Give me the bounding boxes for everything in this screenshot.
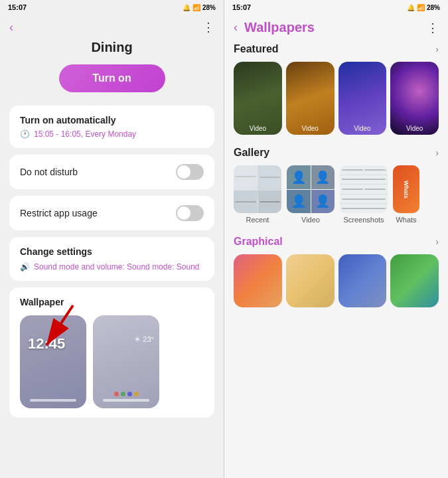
do-not-disturb-label: Do not disturb: [20, 167, 78, 177]
featured-item-4[interactable]: Video: [390, 62, 439, 135]
gallery-thumb-video: 👤 👤 👤 👤: [287, 165, 335, 213]
right-content: Featured › Video Video Video Video Galle…: [224, 40, 448, 478]
dining-title: Dining: [9, 40, 214, 55]
featured-label: Featured: [234, 43, 279, 55]
featured-grid: Video Video Video Video: [234, 62, 439, 135]
gallery-thumb-screenshots: [340, 165, 388, 213]
person-1: 👤: [287, 165, 311, 189]
featured-label-2: Video: [286, 125, 335, 132]
gallery-thumb-whats: Whats: [393, 165, 419, 213]
gallery-section-header: Gallery ›: [234, 147, 439, 159]
gallery-thumb-recent: [234, 165, 281, 213]
restrict-usage-label: Restrict app usage: [20, 208, 98, 218]
change-settings-card: Change settings 🔊 Sound mode and volume:…: [9, 237, 214, 281]
gallery-label: Gallery: [234, 147, 269, 159]
gallery-chevron-icon[interactable]: ›: [435, 147, 439, 158]
gallery-item-screenshots[interactable]: Screenshots: [340, 165, 388, 224]
turn-on-button[interactable]: Turn on: [59, 64, 165, 92]
left-panel: 15:07 🔔 📶 28% ‹ ⋮ Dining Turn on Turn on…: [0, 0, 224, 478]
home-screen-preview[interactable]: ☀ 23°: [93, 315, 159, 408]
status-bar-left: 15:07 🔔 📶 28%: [0, 0, 224, 15]
dot-3: [127, 392, 132, 396]
time-right: 15:07: [232, 3, 251, 11]
wallpaper-card: Wallpaper 12:45 ☀ 23°: [9, 287, 214, 418]
speaker-icon: 🔊: [20, 262, 30, 272]
graphical-item-3[interactable]: [338, 254, 387, 307]
back-button-right[interactable]: ‹: [234, 21, 238, 35]
change-settings-title: Change settings: [20, 246, 204, 257]
whats-text: Whats: [403, 181, 410, 199]
featured-item-1[interactable]: Video: [234, 62, 282, 135]
lock-bar: [30, 399, 76, 402]
back-button-left[interactable]: ‹: [9, 21, 13, 35]
featured-item-3[interactable]: Video: [338, 62, 387, 135]
notification-icon: 🔔: [183, 4, 190, 11]
gallery-label-screenshots: Screenshots: [343, 216, 384, 224]
featured-label-4: Video: [390, 125, 439, 132]
right-header: ‹ Wallpapers ⋮: [224, 15, 448, 40]
featured-item-2[interactable]: Video: [286, 62, 335, 135]
notification-icon-right: 🔔: [407, 4, 415, 11]
restrict-usage-row: Restrict app usage: [9, 196, 214, 230]
gallery-scroll: Recent 👤 👤 👤 👤 Video: [234, 165, 439, 224]
gallery-item-video[interactable]: 👤 👤 👤 👤 Video: [287, 165, 335, 224]
person-3: 👤: [287, 190, 311, 214]
graphical-grid: [234, 254, 439, 307]
right-panel: 15:07 🔔 📶 28% ‹ Wallpapers ⋮ Featured › …: [224, 0, 448, 478]
gallery-label-recent: Recent: [246, 216, 269, 224]
do-not-disturb-toggle[interactable]: [176, 164, 204, 180]
wifi-icon-right: 📶: [417, 4, 425, 11]
home-bar: [103, 399, 149, 402]
auto-label: Turn on automatically: [20, 115, 204, 125]
gallery-item-recent[interactable]: Recent: [234, 165, 281, 224]
battery-left: 28%: [202, 4, 216, 11]
person-2: 👤: [311, 165, 335, 189]
featured-label-1: Video: [234, 125, 282, 132]
wallpaper-previews: 12:45 ☀ 23°: [20, 315, 204, 408]
gallery-item-whats[interactable]: Whats Whats: [393, 165, 419, 224]
featured-label-3: Video: [338, 125, 387, 132]
weather-widget: ☀ 23°: [134, 335, 154, 344]
battery-right: 28%: [427, 4, 440, 11]
sound-mode-text: Sound mode and volume: Sound mode: Sound: [34, 262, 200, 272]
dot-4: [134, 392, 139, 396]
featured-chevron-icon[interactable]: ›: [435, 44, 439, 54]
left-header: ‹ ⋮: [0, 15, 224, 40]
clock-icon: 🕐: [20, 129, 30, 139]
graphical-item-2[interactable]: [286, 254, 335, 307]
dot-2: [121, 392, 125, 396]
graphical-chevron-icon[interactable]: ›: [435, 236, 439, 247]
status-bar-right: 15:07 🔔 📶 28%: [224, 0, 448, 15]
graphical-label: Graphical: [234, 236, 283, 248]
graphical-section-header: Graphical ›: [234, 236, 439, 248]
more-button-left[interactable]: ⋮: [202, 20, 214, 35]
left-content: Dining Turn on Turn on automatically 🕐 1…: [0, 40, 224, 478]
graphical-item-1[interactable]: [234, 254, 282, 307]
dot-1: [114, 392, 119, 396]
featured-section-header: Featured ›: [234, 43, 439, 55]
red-arrow-icon: [33, 302, 86, 355]
auto-time: 🕐 15:05 - 16:05, Every Monday: [20, 129, 204, 139]
app-dots: [114, 392, 139, 396]
status-icons-left: 🔔 📶 28%: [183, 4, 216, 11]
time-left: 15:07: [8, 3, 27, 11]
svg-line-1: [46, 305, 73, 345]
more-button-right[interactable]: ⋮: [427, 21, 439, 35]
gallery-label-whats: Whats: [396, 216, 416, 224]
wallpapers-title: Wallpapers: [244, 20, 420, 35]
status-icons-right: 🔔 📶 28%: [407, 4, 440, 11]
sound-mode-item[interactable]: 🔊 Sound mode and volume: Sound mode: Sou…: [20, 262, 204, 272]
gallery-label-video: Video: [301, 216, 320, 224]
do-not-disturb-row: Do not disturb: [9, 155, 214, 189]
auto-schedule-card: Turn on automatically 🕐 15:05 - 16:05, E…: [9, 106, 214, 148]
wifi-icon: 📶: [192, 4, 200, 11]
restrict-usage-toggle[interactable]: [176, 205, 204, 221]
person-4: 👤: [311, 190, 335, 214]
graphical-item-4[interactable]: [390, 254, 439, 307]
auto-time-value: 15:05 - 16:05, Every Monday: [34, 129, 136, 139]
